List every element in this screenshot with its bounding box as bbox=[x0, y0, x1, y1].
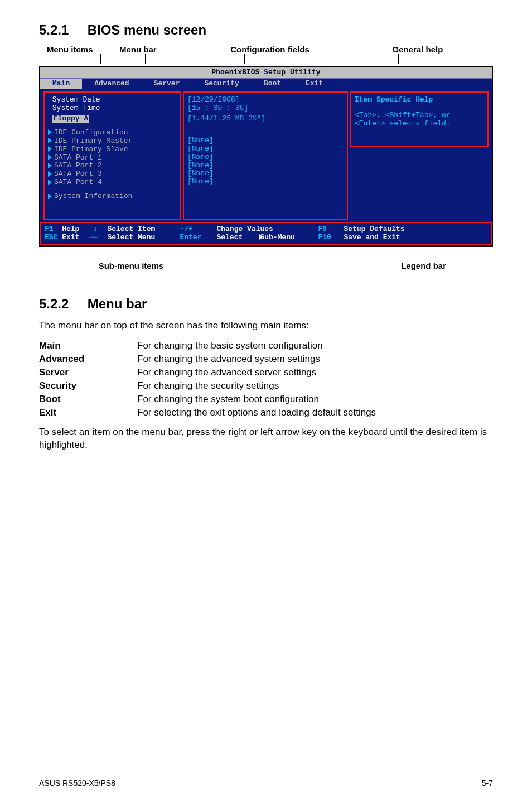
value-sata-port-3: [None] bbox=[187, 170, 344, 178]
submenu-arrow-icon bbox=[48, 180, 52, 185]
item-sata-port-2[interactable]: SATA Port 2 bbox=[48, 162, 176, 170]
value-system-date[interactable]: [12/29/2008] bbox=[187, 96, 344, 104]
item-ide-configuration[interactable]: IDE Configuration bbox=[48, 129, 176, 137]
def-term-server: Server bbox=[39, 367, 137, 378]
def-desc-exit: For selecting the exit options and loadi… bbox=[137, 407, 493, 418]
bottom-annotations: Sub-menu items Legend bar bbox=[39, 261, 493, 270]
legend-label-change-values: Change Values bbox=[216, 225, 318, 234]
footer-left: ASUS RS520-X5/PS8 bbox=[39, 779, 115, 787]
submenu-arrow-icon bbox=[48, 146, 52, 152]
legend-key-enter: Enter bbox=[180, 234, 216, 242]
help-divider bbox=[351, 108, 487, 108]
annot-sub-menu-items: Sub-menu items bbox=[39, 261, 223, 270]
intro-paragraph: The menu bar on top of the screen has th… bbox=[39, 320, 493, 332]
bios-title-right: etup Utility bbox=[268, 68, 321, 76]
item-floppy-a[interactable]: Floppy A bbox=[48, 115, 176, 123]
legend-label-help: Help bbox=[62, 225, 79, 233]
tab-server[interactable]: Server bbox=[142, 79, 192, 89]
value-system-time[interactable]: [15 : 30 : 36] bbox=[187, 104, 344, 113]
item-sata-port-4[interactable]: SATA Port 4 bbox=[48, 178, 176, 187]
footer-right: 5-7 bbox=[482, 779, 493, 787]
definition-list: MainFor changing the basic system config… bbox=[39, 340, 493, 418]
help-text: <Tab>, <Shift+Tab>, or <Enter> selects f… bbox=[355, 112, 484, 128]
section-number: 5.2.1 bbox=[39, 22, 84, 38]
outro-paragraph: To select an item on the menu bar, press… bbox=[39, 426, 493, 452]
legend-key-leftright: →← bbox=[79, 234, 107, 242]
item-ide-primary-master[interactable]: IDE Primary Master bbox=[48, 137, 176, 146]
value-sata-port-2: [None] bbox=[187, 162, 344, 170]
submenu-arrow-icon bbox=[48, 154, 52, 160]
legend-label-select-item: Select Item bbox=[107, 225, 180, 234]
item-sata-port-3[interactable]: SATA Port 3 bbox=[48, 170, 176, 178]
legend-key-esc: ESC bbox=[45, 233, 57, 241]
section-title: Menu bar bbox=[88, 296, 147, 311]
legend-label-save-exit: Save and Exit bbox=[344, 234, 404, 242]
annot-config-fields: Configuration fields bbox=[197, 45, 342, 54]
item-system-information[interactable]: System Information bbox=[48, 192, 176, 201]
value-ide-primary-slave: [None] bbox=[187, 145, 344, 153]
submenu-triangle-icon bbox=[259, 234, 263, 240]
submenu-list: IDE Configuration IDE Primary Master IDE… bbox=[48, 129, 176, 201]
legend-key-f1: F1 bbox=[45, 225, 54, 233]
section-heading-522: 5.2.2 Menu bar bbox=[39, 296, 493, 312]
tab-main[interactable]: Main bbox=[40, 79, 82, 89]
value-ide-primary-master: [None] bbox=[187, 137, 344, 145]
annot-general-help: General help bbox=[342, 45, 493, 54]
def-term-security: Security bbox=[39, 380, 137, 392]
value-sata-port-1: [None] bbox=[187, 153, 344, 162]
legend-label-select-submenu: Select Sub-Menu bbox=[216, 234, 318, 242]
annotation-ticks-bottom bbox=[39, 247, 493, 259]
submenu-arrow-icon bbox=[48, 129, 52, 135]
item-system-time[interactable]: System Time bbox=[48, 104, 176, 113]
def-term-main: Main bbox=[39, 340, 137, 351]
bios-title-bar: PhoenixBIOS Setup Utility bbox=[40, 67, 492, 78]
def-desc-server: For changing the advanced server setting… bbox=[137, 367, 493, 378]
def-desc-security: For changing the security settings bbox=[137, 380, 493, 392]
top-annotations: Menu items Menu bar Configuration fields… bbox=[39, 45, 493, 54]
tab-security[interactable]: Security bbox=[192, 79, 251, 89]
legend-label-exit: Exit bbox=[62, 233, 79, 241]
legend-label-setup-defaults: Setup Defaults bbox=[344, 225, 404, 234]
bios-values-pane: [12/29/2008] [15 : 30 : 36] [1.44/1.25 M… bbox=[183, 91, 348, 220]
def-desc-boot: For changing the system boot configurati… bbox=[137, 394, 493, 405]
tab-exit[interactable]: Exit bbox=[293, 79, 335, 89]
legend-key-f9: F9 bbox=[318, 225, 344, 234]
item-ide-primary-slave[interactable]: IDE Primary Slave bbox=[48, 146, 176, 154]
legend-key-f10: F10 bbox=[318, 234, 344, 242]
bios-screenshot: PhoenixBIOS Setup Utility Main Advanced … bbox=[39, 66, 493, 247]
tab-boot[interactable]: Boot bbox=[252, 79, 293, 89]
legend-key-updown: ↑↓ bbox=[79, 225, 107, 234]
annot-menu-items: Menu items bbox=[39, 45, 119, 54]
bios-title-left: PhoenixBIOS bbox=[211, 68, 264, 76]
def-term-boot: Boot bbox=[39, 394, 137, 405]
annot-menu-bar: Menu bar bbox=[119, 45, 197, 54]
def-term-advanced: Advanced bbox=[39, 354, 137, 365]
value-floppy-a[interactable]: [1.44/1.25 MB 3½"] bbox=[187, 115, 344, 123]
annotation-ticks-top bbox=[39, 54, 493, 66]
submenu-arrow-icon bbox=[48, 163, 52, 168]
item-sata-port-1[interactable]: SATA Port 1 bbox=[48, 154, 176, 162]
submenu-arrow-icon bbox=[48, 171, 52, 177]
bios-help-pane: Item Specific Help <Tab>, <Shift+Tab>, o… bbox=[350, 91, 489, 220]
section-heading-521: 5.2.1 BIOS menu screen bbox=[39, 22, 493, 38]
def-desc-advanced: For changing the advanced system setting… bbox=[137, 354, 493, 365]
value-sata-port-4: [None] bbox=[187, 178, 344, 186]
legend-label-select-menu: Select Menu bbox=[107, 234, 180, 242]
section-number: 5.2.2 bbox=[39, 296, 84, 312]
submenu-arrow-icon bbox=[48, 138, 52, 143]
bios-title-s: S bbox=[264, 68, 268, 76]
legend-key-plusminus: -/+ bbox=[180, 225, 216, 234]
submenu-arrow-icon bbox=[48, 194, 52, 199]
annot-legend-bar: Legend bar bbox=[223, 261, 493, 270]
def-desc-main: For changing the basic system configurat… bbox=[137, 340, 493, 351]
tab-advanced[interactable]: Advanced bbox=[82, 79, 141, 89]
bios-menu-bar: Main Advanced Server Security Boot Exit bbox=[40, 78, 492, 89]
section-title: BIOS menu screen bbox=[88, 22, 206, 37]
help-title: Item Specific Help bbox=[355, 96, 484, 104]
def-term-exit: Exit bbox=[39, 407, 137, 418]
item-system-date[interactable]: System Date bbox=[48, 96, 176, 104]
bios-legend-bar: F1 Help ESC Exit ↑↓ →← Select Item Selec… bbox=[40, 222, 492, 245]
bios-left-pane: System Date System Time Floppy A IDE Con… bbox=[43, 91, 181, 220]
page-footer: ASUS RS520-X5/PS8 5-7 bbox=[39, 775, 493, 787]
